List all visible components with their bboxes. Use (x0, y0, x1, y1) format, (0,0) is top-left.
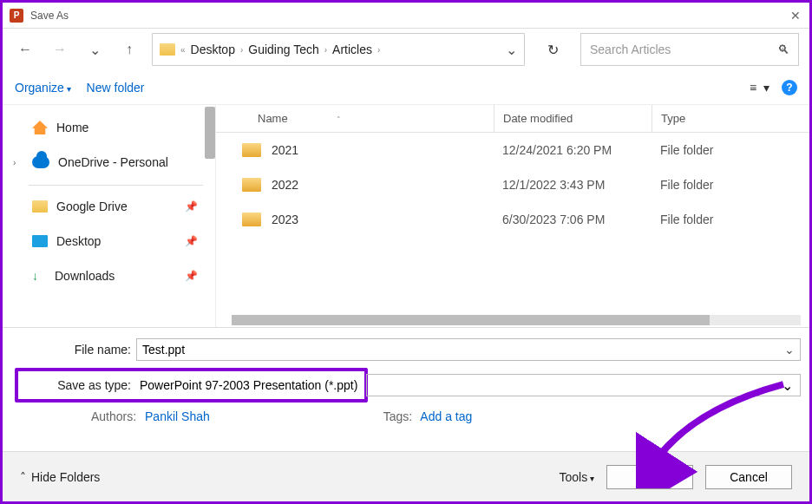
table-row[interactable]: 2023 6/30/2023 7:06 PM File folder (216, 202, 809, 237)
new-folder-button[interactable]: New folder (87, 81, 145, 95)
organize-button[interactable]: Organize (15, 81, 71, 95)
recent-chevron-icon[interactable]: ⌄ (82, 37, 107, 62)
breadcrumb-prefix: « (180, 45, 186, 55)
sidebar-item-downloads[interactable]: ↓ Downloads 📌 (3, 259, 215, 293)
row-date: 12/1/2022 3:43 PM (494, 178, 652, 192)
row-type: File folder (652, 213, 713, 226)
view-options-icon[interactable]: ≡ ▾ (750, 81, 769, 95)
pin-icon: 📌 (185, 270, 198, 282)
save-as-type-dropdown[interactable]: PowerPoint 97-2003 Presentation (*.ppt) (136, 375, 361, 396)
tags-value[interactable]: Add a tag (420, 409, 472, 423)
window-title: Save As (30, 10, 69, 22)
sidebar-item-google-drive[interactable]: Google Drive 📌 (3, 189, 215, 224)
sidebar-item-label: Downloads (55, 269, 115, 283)
up-arrow-icon[interactable]: ↑ (117, 37, 141, 62)
sidebar-item-onedrive[interactable]: › OneDrive - Personal (3, 145, 215, 180)
file-list: Name˄ Date modified Type 2021 12/24/2021… (216, 105, 809, 327)
sort-icon: ˄ (337, 115, 341, 124)
save-as-type-dropdown-ext[interactable]: ⌄ (366, 374, 801, 396)
row-date: 6/30/2023 7:06 PM (494, 213, 652, 226)
sidebar-item-label: Google Drive (56, 200, 128, 213)
form-area: File name: Test.ppt Save as type: PowerP… (3, 327, 809, 430)
file-name-label: File name: (15, 343, 136, 357)
nav-row: ← → ⌄ ↑ « Desktop › Guiding Tech › Artic… (3, 29, 809, 70)
column-type[interactable]: Type (652, 105, 685, 132)
folder-icon (242, 213, 261, 226)
file-name-row: File name: Test.ppt (15, 338, 801, 361)
sidebar-item-desktop[interactable]: Desktop 📌 (3, 224, 215, 259)
table-row[interactable]: 2022 12/1/2022 3:43 PM File folder (216, 167, 809, 202)
pin-icon: 📌 (185, 235, 198, 247)
pin-icon: 📌 (185, 200, 198, 213)
titlebar: P Save As ✕ (3, 3, 809, 29)
powerpoint-icon: P (10, 9, 23, 23)
chevron-right-icon: › (240, 45, 243, 55)
body: Home › OneDrive - Personal Google Drive … (3, 105, 809, 327)
cloud-icon (32, 156, 49, 168)
hide-folders-button[interactable]: ˄ Hide Folders (20, 470, 100, 484)
search-placeholder: Search Articles (590, 43, 671, 56)
row-name: 2023 (272, 213, 298, 226)
search-icon: 🔍︎ (777, 43, 789, 56)
back-arrow-icon[interactable]: ← (13, 37, 37, 62)
desktop-icon (32, 235, 48, 247)
sidebar-item-home[interactable]: Home (3, 110, 215, 145)
breadcrumb-item[interactable]: Articles (332, 43, 372, 56)
authors-label: Authors: (91, 409, 136, 423)
divider (29, 185, 203, 186)
help-icon[interactable]: ? (782, 80, 797, 95)
row-name: 2021 (272, 143, 298, 157)
refresh-icon[interactable]: ↻ (535, 33, 570, 66)
forward-arrow-icon[interactable]: → (48, 37, 72, 62)
sidebar: Home › OneDrive - Personal Google Drive … (3, 105, 216, 327)
cancel-button[interactable]: Cancel (705, 465, 792, 489)
search-input[interactable]: Search Articles 🔍︎ (580, 33, 799, 66)
save-as-type-row-wrapper: Save as type: PowerPoint 97-2003 Present… (15, 366, 801, 404)
row-type: File folder (652, 143, 713, 157)
sidebar-item-label: Home (56, 121, 88, 134)
chevron-right-icon: › (324, 45, 327, 55)
breadcrumb-item[interactable]: Desktop (191, 43, 235, 56)
column-name[interactable]: Name˄ (216, 112, 494, 125)
tools-button[interactable]: Tools (560, 470, 594, 484)
table-row[interactable]: 2021 12/24/2021 6:20 PM File folder (216, 133, 809, 167)
row-name: 2022 (272, 178, 298, 192)
footer: ˄ Hide Folders Tools Save Cancel (3, 451, 809, 501)
toolbar: Organize New folder ≡ ▾ ? (3, 70, 809, 105)
tags-label: Tags: (383, 409, 412, 423)
sidebar-item-label: Desktop (56, 234, 101, 248)
chevron-right-icon: › (377, 45, 380, 55)
file-name-input[interactable]: Test.ppt (136, 338, 801, 361)
folder-icon (242, 143, 261, 157)
horizontal-scrollbar[interactable] (232, 315, 801, 325)
home-icon (32, 121, 48, 134)
chevron-right-icon[interactable]: › (13, 158, 16, 167)
save-as-type-highlight: Save as type: PowerPoint 97-2003 Present… (15, 368, 368, 403)
close-icon[interactable]: ✕ (790, 9, 801, 23)
column-date[interactable]: Date modified (494, 105, 652, 132)
authors-value[interactable]: Pankil Shah (145, 409, 210, 423)
folder-icon (160, 43, 175, 56)
column-headers: Name˄ Date modified Type (216, 105, 809, 133)
row-date: 12/24/2021 6:20 PM (494, 143, 652, 157)
save-button[interactable]: Save (606, 465, 693, 489)
folder-icon (32, 200, 48, 213)
download-icon: ↓ (32, 269, 46, 283)
row-type: File folder (652, 178, 713, 192)
save-as-type-label: Save as type: (22, 378, 136, 392)
chevron-up-icon: ˄ (20, 470, 26, 484)
folder-icon (242, 178, 261, 192)
metadata-row: Authors: Pankil Shah Tags: Add a tag (15, 409, 801, 423)
sidebar-item-label: OneDrive - Personal (58, 155, 168, 169)
breadcrumb-item[interactable]: Guiding Tech (248, 43, 318, 56)
address-dropdown-icon[interactable]: ⌄ (506, 42, 517, 58)
breadcrumb[interactable]: « Desktop › Guiding Tech › Articles › ⌄ (152, 33, 525, 66)
